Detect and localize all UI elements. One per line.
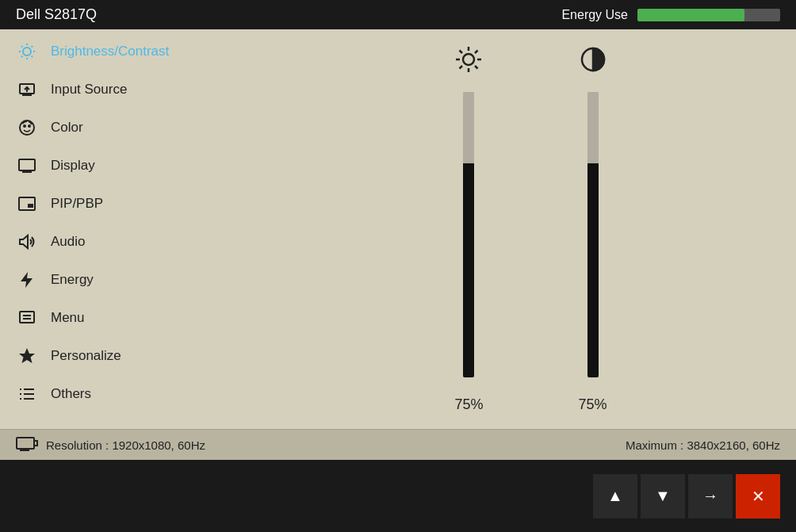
sidebar-item-label: Personalize [51,348,121,364]
energy-icon [16,269,38,291]
svg-point-13 [23,124,26,128]
menu-icon [16,307,38,329]
sidebar-item-label: Menu [51,310,85,326]
top-bar: Dell S2817Q Energy Use [0,0,796,29]
sidebar-item-label: Brightness/Contrast [51,44,169,59]
svg-line-40 [475,51,478,54]
sidebar-item-menu[interactable]: Menu [0,299,266,337]
personalize-icon [16,345,38,367]
sidebar-item-energy[interactable]: Energy [0,261,266,299]
status-bar: Resolution : 1920x1080, 60Hz Maximum : 3… [0,429,796,460]
up-arrow-icon: ▲ [607,487,623,505]
contrast-icon [579,45,607,79]
resolution-icon [16,437,38,453]
pip-pbp-icon [16,193,38,215]
svg-rect-15 [19,159,35,170]
audio-icon [16,231,38,253]
svg-rect-20 [28,204,33,208]
energy-bar-fill [637,9,744,21]
svg-line-6 [32,56,33,57]
svg-point-12 [20,121,34,135]
nav-right-button[interactable]: → [688,474,733,519]
sidebar-item-label: Audio [51,234,85,250]
sidebar-item-label: Others [51,386,91,402]
sidebar-item-pip-pbp[interactable]: PIP/PBP [0,185,266,223]
brightness-slider-section: 75% [454,45,483,413]
svg-line-37 [460,51,463,54]
bottom-nav: ▲ ▼ → ✕ [0,460,796,532]
svg-marker-25 [19,348,35,363]
contrast-slider-track[interactable] [585,92,601,377]
svg-rect-22 [20,312,34,323]
sidebar-item-label: PIP/PBP [51,196,103,212]
contrast-value: 75% [579,396,607,413]
monitor-title: Dell S2817Q [16,6,97,23]
nav-close-button[interactable]: ✕ [736,474,780,519]
sidebar-item-display[interactable]: Display [0,147,266,185]
brightness-contrast-icon [16,40,38,63]
svg-marker-21 [20,235,28,248]
sidebar-item-label: Color [51,120,83,136]
svg-rect-42 [17,438,34,449]
sidebar: Brightness/Contrast Input Source [0,29,266,429]
sidebar-item-label: Input Source [51,82,127,98]
energy-bar-container [637,9,780,21]
down-arrow-icon: ▼ [655,487,671,505]
right-panel: 75% 75% [266,29,796,429]
energy-use-label: Energy Use [561,8,628,22]
contrast-track [587,92,599,377]
svg-line-5 [21,46,22,47]
sidebar-item-color[interactable]: Color [0,109,266,147]
osd-container: Dell S2817Q Energy Use [0,0,796,460]
main-content: Brightness/Contrast Input Source [0,29,796,429]
svg-point-0 [23,48,31,55]
brightness-slider-track[interactable] [461,92,476,377]
sidebar-item-label: Display [51,158,95,174]
resolution-label: Resolution : 1920x1080, 60Hz [46,438,205,452]
others-icon [16,383,38,405]
energy-use-section: Energy Use [561,8,780,22]
sidebar-item-label: Energy [51,272,94,288]
resolution-info: Resolution : 1920x1080, 60Hz [16,437,205,453]
contrast-slider-section: 75% [579,45,607,413]
sidebar-item-personalize[interactable]: Personalize [0,337,266,375]
display-icon [16,155,38,177]
close-icon: ✕ [752,487,765,506]
svg-line-39 [460,66,463,69]
brightness-track [463,92,474,377]
svg-line-8 [32,46,33,47]
svg-line-38 [475,66,478,69]
color-icon [16,117,38,139]
brightness-value: 75% [454,396,483,413]
svg-line-7 [21,56,22,57]
sidebar-item-brightness-contrast[interactable]: Brightness/Contrast [0,33,266,71]
sidebar-item-audio[interactable]: Audio [0,223,266,261]
sun-icon [454,45,483,79]
nav-down-button[interactable]: ▼ [641,474,685,519]
svg-point-32 [463,54,474,65]
input-source-icon [16,78,38,101]
max-resolution-label: Maximum : 3840x2160, 60Hz [626,438,780,452]
sidebar-item-others[interactable]: Others [0,375,266,413]
sidebar-item-input-source[interactable]: Input Source [0,71,266,109]
nav-up-button[interactable]: ▲ [593,474,637,519]
svg-point-14 [28,124,31,128]
right-arrow-icon: → [702,487,718,505]
